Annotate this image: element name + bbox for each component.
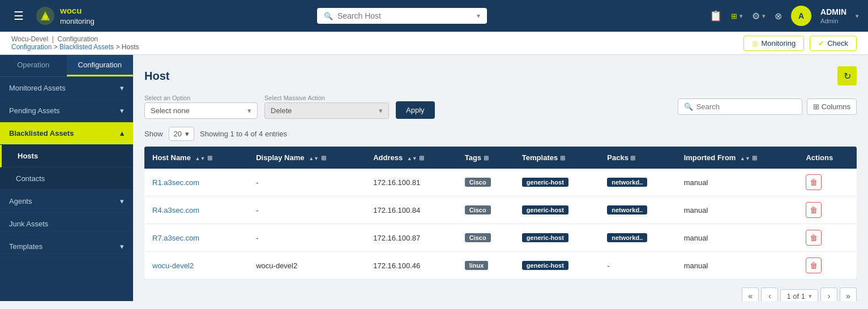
- columns-button[interactable]: ⊞ Columns: [807, 98, 857, 115]
- col-host-name: Host Name ▲▼ ⊞: [144, 147, 248, 169]
- col-templates: Templates ⊞: [514, 147, 599, 169]
- tab-configuration[interactable]: Configuration: [67, 55, 134, 76]
- tags-cell: Cisco: [457, 196, 514, 224]
- sort-icon[interactable]: ▲▼: [407, 156, 417, 161]
- avatar: A: [791, 6, 811, 26]
- breadcrumb-org: Wocu-Devel | Configuration: [11, 35, 139, 43]
- imported-from-cell: manual: [676, 252, 798, 280]
- templates-cell: generic-host: [514, 224, 599, 252]
- filter-icon[interactable]: ⊞: [630, 154, 635, 161]
- sidebar-item-monitored-assets[interactable]: Monitored Assets ▾: [0, 77, 133, 100]
- actions-cell: 🗑: [798, 196, 857, 224]
- sort-icon[interactable]: ▲▼: [740, 156, 750, 161]
- search-host-input[interactable]: [337, 11, 472, 20]
- tags-cell: Cisco: [457, 169, 514, 196]
- search-input[interactable]: [696, 102, 796, 111]
- topnav-right: 📋 ⊞ ▾ ⚙ ▾ ⊗ A ADMIN Admin ▾: [709, 6, 859, 26]
- show-select[interactable]: 20 ▾: [169, 127, 194, 141]
- col-display-name: Display Name ▲▼ ⊞: [248, 147, 365, 169]
- refresh-button[interactable]: ↻: [837, 66, 857, 85]
- chevron-up-icon: ▴: [120, 129, 124, 138]
- admin-chevron-icon[interactable]: ▾: [856, 12, 859, 20]
- massive-action-dropdown[interactable]: Delete ▾: [264, 102, 389, 119]
- templates-cell: generic-host: [514, 252, 599, 280]
- delete-button[interactable]: 🗑: [806, 258, 822, 273]
- breadcrumb-blacklisted-link[interactable]: Blacklisted Assets: [59, 43, 114, 51]
- check-button[interactable]: ✔ Check: [810, 36, 857, 51]
- filter-icon[interactable]: ⊞: [752, 154, 757, 161]
- logo-icon: [35, 6, 55, 26]
- menu-hamburger-icon[interactable]: ☰: [9, 7, 28, 25]
- chevron-down-icon: ▾: [247, 106, 251, 115]
- settings-chevron-icon: ▾: [762, 12, 766, 20]
- filter-icon[interactable]: ⊞: [560, 154, 565, 161]
- notes-icon[interactable]: 📋: [709, 10, 722, 22]
- delete-button[interactable]: 🗑: [806, 202, 822, 218]
- notifications-icon[interactable]: ⊗: [775, 11, 782, 22]
- subheader: Wocu-Devel | Configuration Configuration…: [0, 32, 868, 55]
- sidebar-item-blacklisted-assets[interactable]: Blacklisted Assets ▴: [0, 122, 133, 145]
- admin-name: ADMIN: [820, 7, 846, 17]
- tab-operation[interactable]: Operation: [0, 55, 67, 76]
- templates-cell: generic-host: [514, 169, 599, 196]
- logo-text: wocumonitoring: [60, 6, 95, 26]
- templates-cell: generic-host: [514, 196, 599, 224]
- imported-from-cell: manual: [676, 196, 798, 224]
- address-cell: 172.16.100.81: [365, 169, 457, 196]
- breadcrumb-hosts: Hosts: [122, 43, 139, 51]
- checklist-icon: ⊞: [731, 12, 737, 20]
- topnav: ☰ wocumonitoring 🔍 ▾ 📋 ⊞ ▾ ⚙ ▾ ⊗ A ADMIN…: [0, 0, 868, 32]
- massive-action-label: Select Massive Action: [264, 95, 389, 101]
- columns-icon: ⊞: [813, 102, 819, 111]
- subheader-buttons: ◎ Monitoring ✔ Check: [743, 36, 857, 51]
- entries-info: Showing 1 to 4 of 4 entries: [200, 130, 287, 138]
- sidebar-tabs: Operation Configuration: [0, 55, 133, 77]
- filter-icon[interactable]: ⊞: [321, 154, 326, 161]
- hosts-table: Host Name ▲▼ ⊞ Display Name ▲▼ ⊞ Address…: [144, 147, 857, 280]
- settings-icon-wrap[interactable]: ⚙ ▾: [752, 11, 766, 22]
- sidebar-item-junk-assets[interactable]: Junk Assets: [0, 213, 133, 235]
- breadcrumb-configuration-link[interactable]: Configuration: [11, 43, 52, 51]
- sort-icon[interactable]: ▲▼: [195, 156, 206, 161]
- first-page-button[interactable]: «: [742, 287, 759, 301]
- filter-icon[interactable]: ⊞: [207, 154, 212, 161]
- host-name-link[interactable]: R4.a3sec.com: [152, 206, 199, 214]
- next-page-button[interactable]: ›: [820, 287, 837, 301]
- controls-row: Select an Option Select none ▾ Select Ma…: [144, 95, 857, 119]
- packs-cell: networkd..: [599, 196, 675, 224]
- sort-icon[interactable]: ▲▼: [309, 156, 319, 161]
- delete-button[interactable]: 🗑: [806, 230, 822, 246]
- search-right: 🔍 ⊞ Columns: [678, 98, 857, 115]
- sidebar-item-contacts[interactable]: Contacts: [0, 168, 133, 190]
- filter-icon[interactable]: ⊞: [419, 154, 424, 161]
- host-name-link[interactable]: wocu-devel2: [152, 261, 194, 270]
- show-value: 20: [174, 130, 182, 138]
- search-host-wrap[interactable]: 🔍 ▾: [317, 8, 487, 24]
- prev-page-button[interactable]: ‹: [761, 287, 778, 301]
- page-number: 1 of 1: [786, 292, 805, 301]
- sidebar-item-templates[interactable]: Templates ▾: [0, 235, 133, 258]
- table-row: wocu-devel2 wocu-devel2 172.16.100.46 li…: [144, 252, 857, 280]
- page-title: Host: [144, 70, 169, 83]
- filter-icon[interactable]: ⊞: [484, 154, 489, 161]
- sidebar-item-hosts[interactable]: Hosts: [0, 145, 133, 168]
- show-label: Show: [144, 130, 163, 138]
- col-address: Address ▲▼ ⊞: [365, 147, 457, 169]
- host-name-link[interactable]: R1.a3sec.com: [152, 178, 199, 187]
- table-row: R1.a3sec.com - 172.16.100.81 Cisco gener…: [144, 169, 857, 196]
- apply-button[interactable]: Apply: [396, 101, 435, 119]
- col-imported-from: Imported From ▲▼ ⊞: [676, 147, 798, 169]
- logo: wocumonitoring: [35, 6, 95, 26]
- check-icon: ✔: [818, 39, 824, 48]
- packs-cell: networkd..: [599, 224, 675, 252]
- delete-button[interactable]: 🗑: [806, 174, 822, 190]
- sidebar-item-pending-assets[interactable]: Pending Assets ▾: [0, 100, 133, 122]
- host-name-link[interactable]: R7.a3sec.com: [152, 234, 199, 242]
- last-page-button[interactable]: »: [840, 287, 857, 301]
- sidebar-item-agents[interactable]: Agents ▾: [0, 190, 133, 213]
- monitoring-button[interactable]: ◎ Monitoring: [743, 36, 804, 51]
- checklist-icon-wrap[interactable]: ⊞ ▾: [731, 12, 743, 20]
- select-option-dropdown[interactable]: Select none ▾: [144, 102, 258, 119]
- imported-from-cell: manual: [676, 224, 798, 252]
- page-chevron-down-icon[interactable]: ▾: [809, 293, 812, 300]
